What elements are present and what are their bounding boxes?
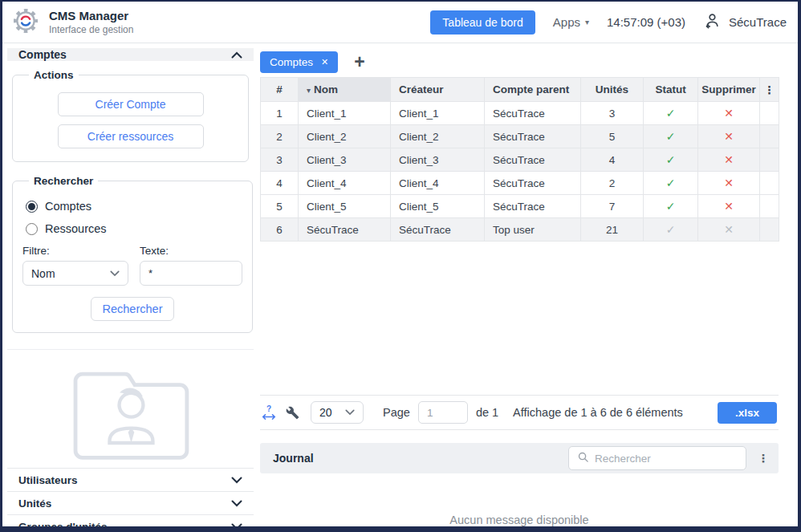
table-row[interactable]: 5 Client_5 Client_5 SécuTrace 7 ✓ ✕ [261, 195, 779, 218]
page-size-select[interactable]: 20 [311, 401, 364, 424]
user-icon [703, 12, 721, 33]
status-check-icon: ✓ [666, 177, 676, 189]
radio-resources[interactable]: Ressources [26, 222, 242, 235]
radio-accounts[interactable]: Comptes [26, 200, 242, 213]
radio-resources-input[interactable] [26, 223, 38, 235]
dashboard-button[interactable]: Tableau de bord [430, 10, 535, 35]
delete-x-icon[interactable]: ✕ [724, 177, 734, 189]
filter-label: Filtre: [22, 245, 128, 257]
chevron-down-icon [231, 523, 242, 530]
status-check-icon: ✓ [666, 107, 676, 120]
table-row[interactable]: 6 SécuTrace SécuTrace Top user 21 ✓ ✕ [261, 218, 779, 242]
table-header-row: # ▾Nom Créateur Compte parent Unités Sta… [261, 78, 779, 102]
rows-summary: Affichage de 1 à 6 de 6 éléments [513, 406, 683, 419]
cell-parent: SécuTrace [485, 148, 581, 172]
journal-header: Journal ⋮ [260, 443, 779, 473]
cell-createur: Client_1 [391, 102, 485, 125]
main-area: Comptes ✕ + # ▾Nom Créateur Compte paren… [254, 43, 798, 526]
create-resources-button[interactable]: Créer ressources [58, 124, 204, 148]
sidebar-section-utilisateurs[interactable]: Utilisateurs [7, 468, 254, 491]
table-menu-icon[interactable]: ⋮ [760, 78, 779, 102]
cell-createur: Client_5 [391, 195, 485, 218]
page-count: de 1 [476, 406, 498, 419]
clock: 14:57:09 (+03) [607, 15, 685, 29]
cell-parent: SécuTrace [485, 125, 581, 148]
col-createur[interactable]: Créateur [391, 78, 485, 102]
create-account-button[interactable]: Créer Compte [58, 92, 204, 116]
sidebar-section-label: Unités [18, 497, 51, 510]
col-nom-label: Nom [314, 83, 338, 95]
page-number-input[interactable] [418, 401, 468, 424]
user-box[interactable]: SécuTrace [703, 12, 787, 33]
cell-num: 5 [261, 195, 299, 218]
sidebar-section-comptes[interactable]: Comptes [7, 48, 254, 61]
wrench-icon[interactable] [286, 406, 299, 420]
radio-accounts-input[interactable] [26, 201, 38, 213]
journal-menu-icon[interactable]: ⋮ [758, 452, 769, 465]
cell-unites: 7 [581, 195, 644, 218]
cell-unites: 4 [581, 148, 644, 172]
cell-nom: Client_3 [299, 148, 391, 172]
status-check-icon: ✓ [666, 130, 676, 143]
sort-desc-icon: ▾ [307, 86, 311, 95]
add-tab-button[interactable]: + [354, 53, 364, 71]
table-row[interactable]: 4 Client_4 Client_4 SécuTrace 2 ✓ ✕ [261, 172, 779, 195]
page-size-value: 20 [319, 406, 332, 419]
delete-x-icon[interactable]: ✕ [724, 130, 734, 143]
text-label: Texte: [140, 245, 242, 257]
cell-createur: SécuTrace [391, 218, 485, 242]
accounts-table: # ▾Nom Créateur Compte parent Unités Sta… [260, 77, 779, 242]
search-text-input[interactable] [140, 261, 242, 286]
question-mark: ? [266, 405, 271, 413]
autofit-columns-icon[interactable]: ? [262, 405, 276, 420]
table-footer: ? 20 Page de 1 [260, 395, 779, 430]
actions-panel: Actions Créer Compte Créer ressources [12, 69, 249, 162]
journal-title: Journal [273, 452, 314, 465]
cell-createur: Client_2 [391, 125, 485, 148]
search-panel: Rechercher Comptes Ressources Filtre: No… [12, 175, 253, 333]
status-check-icon: ✓ [666, 200, 676, 213]
cell-nom: Client_1 [299, 102, 391, 125]
col-statut[interactable]: Statut [644, 78, 698, 102]
sidebar-section-unites[interactable]: Unités [7, 491, 254, 514]
col-num[interactable]: # [261, 78, 299, 102]
cell-num: 2 [261, 125, 299, 148]
col-unites[interactable]: Unités [581, 78, 644, 102]
apps-label: Apps [553, 15, 580, 29]
close-icon[interactable]: ✕ [321, 57, 328, 67]
journal-empty-message: Aucun message disponible [260, 514, 779, 526]
delete-x-icon[interactable]: ✕ [724, 200, 734, 213]
export-xlsx-button[interactable]: .xlsx [718, 402, 777, 424]
table-row[interactable]: 2 Client_2 Client_2 SécuTrace 5 ✓ ✕ [261, 125, 779, 148]
cell-createur: Client_3 [391, 148, 485, 172]
cell-num: 1 [261, 102, 299, 125]
delete-x-icon[interactable]: ✕ [724, 153, 734, 166]
col-nom[interactable]: ▾Nom [299, 78, 391, 102]
cell-parent: SécuTrace [485, 172, 581, 195]
table-row[interactable]: 1 Client_1 Client_1 SécuTrace 3 ✓ ✕ [261, 102, 779, 125]
sidebar: Comptes Actions Créer Compte Créer resso… [2, 43, 254, 526]
cell-num: 4 [261, 172, 299, 195]
col-supprimer[interactable]: Supprimer [698, 78, 760, 102]
status-check-icon: ✓ [666, 223, 676, 236]
cell-nom: SécuTrace [299, 218, 391, 242]
filter-select[interactable]: Nom [22, 261, 128, 286]
journal-search-box[interactable] [568, 446, 746, 470]
cell-createur: Client_4 [391, 172, 485, 195]
delete-x-icon[interactable]: ✕ [724, 107, 734, 120]
chevron-down-icon [345, 409, 355, 416]
top-bar: CMS Manager Interface de gestion Tableau… [2, 2, 798, 43]
journal-search-input[interactable] [595, 453, 738, 465]
sidebar-section-groupes[interactable]: Groupes d'unités [7, 514, 254, 532]
col-parent[interactable]: Compte parent [485, 78, 581, 102]
cell-nom: Client_2 [299, 125, 391, 148]
search-button[interactable]: Rechercher [91, 297, 175, 321]
cell-unites: 21 [581, 218, 644, 242]
status-check-icon: ✓ [666, 153, 676, 166]
cell-parent: Top user [485, 218, 581, 242]
tab-comptes[interactable]: Comptes ✕ [260, 51, 338, 73]
sidebar-section-label: Groupes d'unités [18, 521, 107, 532]
table-row[interactable]: 3 Client_3 Client_3 SécuTrace 4 ✓ ✕ [261, 148, 779, 172]
cell-unites: 5 [581, 125, 644, 148]
apps-menu[interactable]: Apps ▾ [553, 15, 589, 29]
